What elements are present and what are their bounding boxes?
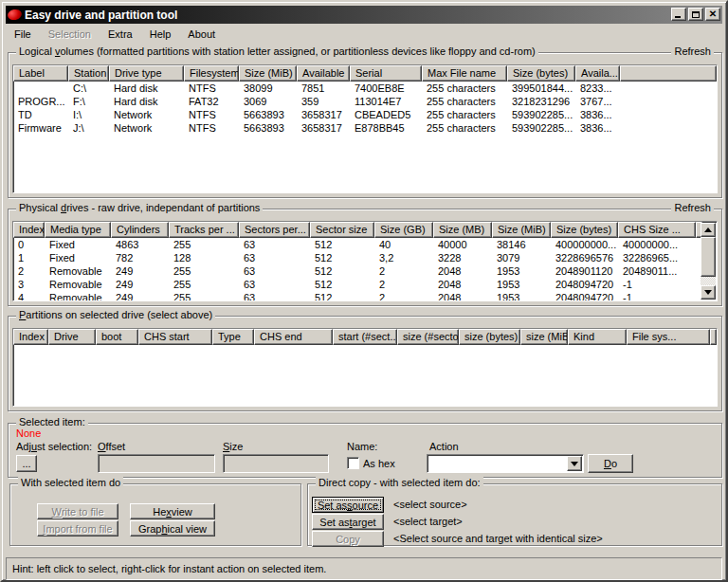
column-header-max-file-name[interactable]: Max File name (422, 65, 507, 82)
column-header-tracks-per[interactable]: Tracks per ... (169, 222, 239, 238)
cell-sector-size: 512 (310, 291, 374, 301)
column-header-chs-start[interactable]: CHS start (138, 329, 212, 345)
scroll-track[interactable] (701, 237, 716, 285)
size-input[interactable] (223, 454, 329, 473)
column-header-index[interactable]: Index (13, 222, 45, 238)
column-header-availa[interactable]: Availa... (575, 65, 620, 82)
action-dropdown-button[interactable] (567, 456, 582, 471)
cell-media-type: Removable (45, 291, 111, 301)
column-header-kind[interactable]: Kind (568, 329, 627, 345)
cell-filesystem: NTFS (184, 121, 239, 135)
close-button[interactable]: ✕ (705, 8, 720, 21)
title-bar[interactable]: Easy drive and partition tool ✕ (6, 6, 722, 24)
table-row[interactable]: Firmware J:\ Network NTFS 5663893 365831… (13, 121, 717, 135)
column-header-label[interactable]: Label (13, 65, 68, 82)
refresh-physical-link[interactable]: Refresh (671, 202, 714, 213)
cell-max-file-name: 255 characters (422, 121, 507, 135)
column-header-sector-size[interactable]: Sector size (310, 222, 374, 238)
adjust-selection-button[interactable]: ... (16, 455, 37, 472)
column-header-sectors-per[interactable]: Sectors per... (239, 222, 310, 238)
column-header-size-mib[interactable]: size (MiB) (520, 329, 568, 345)
table-row[interactable]: 2 Removable 249 255 63 512 2 2048 1953 2… (13, 264, 701, 278)
cell-size-bytes: 400000000... (551, 238, 618, 251)
group-physical-drives: Physical drives - raw drive, independant… (8, 209, 722, 306)
column-header-media-type[interactable]: Media type (45, 222, 111, 238)
column-header-size-sector[interactable]: size (#sector) (397, 329, 459, 345)
column-header-drive-type[interactable]: Drive type (109, 65, 184, 82)
app-icon[interactable] (7, 9, 23, 22)
cell-media-type: Removable (45, 264, 111, 278)
set-as-source-button[interactable]: Set as source (312, 497, 384, 513)
column-header-station[interactable]: Station (68, 65, 109, 82)
scroll-thumb[interactable] (701, 237, 716, 277)
column-header-size-bytes[interactable]: Size (bytes) (507, 65, 575, 82)
table-row[interactable]: 1 Fixed 782 128 63 512 3,2 3228 3079 322… (13, 251, 701, 264)
as-hex-checkbox[interactable] (347, 457, 359, 469)
physical-drives-table: Index Media type Cylinders Tracks per ..… (12, 221, 718, 301)
column-header-filler (620, 65, 717, 82)
hex-view-button[interactable]: Hex view (130, 503, 215, 519)
cell-size-bytes: 3228696576 (551, 251, 618, 264)
cell-max-file-name: 255 characters (422, 108, 507, 121)
column-header-size-mib[interactable]: Size (MiB) (239, 65, 297, 82)
action-combobox[interactable] (427, 454, 584, 473)
cell-drive-type: Hard disk (109, 82, 184, 95)
cell-sector-size: 512 (310, 238, 374, 251)
close-icon: ✕ (709, 9, 717, 19)
menu-about[interactable]: About (179, 27, 224, 42)
cell-size-bytes: 593902285... (507, 108, 575, 121)
vertical-scrollbar[interactable] (701, 223, 716, 300)
table-row[interactable]: 4 Removable 249 255 63 512 2 2048 1953 2… (13, 291, 701, 301)
group-with-selected-title: With selected item do (18, 477, 123, 488)
cell-size-mib: 38099 (239, 82, 297, 95)
column-header-size-mb[interactable]: Size (MB) (433, 222, 492, 238)
refresh-logical-link[interactable]: Refresh (671, 45, 714, 57)
column-header-start-sect[interactable]: start (#sect... (333, 329, 397, 345)
column-header-drive[interactable]: Drive (48, 329, 96, 345)
scroll-up-button[interactable] (701, 223, 716, 237)
menu-extra[interactable]: Extra (100, 27, 141, 42)
maximize-button[interactable] (688, 8, 703, 21)
column-header-type[interactable]: Type (212, 329, 254, 345)
column-header-boot[interactable]: boot (96, 329, 138, 345)
column-header-index[interactable]: Index (13, 329, 48, 345)
column-header-size-gb[interactable]: Size (GB) (374, 222, 433, 238)
table-row[interactable]: 3 Removable 249 255 63 512 2 2048 1953 2… (13, 278, 701, 291)
table-row[interactable]: PROGR... F:\ Hard disk FAT32 3069 359 11… (13, 95, 717, 108)
menu-bar: File Selection Extra Help About (6, 25, 722, 43)
window-title: Easy drive and partition tool (25, 9, 177, 22)
logical-volumes-header: Label Station Drive type Filesystem Size… (13, 65, 717, 82)
scroll-down-button[interactable] (701, 285, 716, 300)
column-header-available[interactable]: Available (297, 65, 350, 82)
table-row[interactable]: C:\ Hard disk NTFS 38099 7851 7400EB8E 2… (13, 82, 717, 95)
adjust-selection-label: Adjust selection: (16, 441, 92, 452)
menu-file[interactable]: File (6, 27, 40, 42)
do-button[interactable]: Do (588, 454, 633, 473)
cell-size-gb: 40 (374, 238, 433, 251)
cell-size-bytes: 2048094720 (551, 278, 618, 291)
cell-size-bytes: 2048094720 (551, 291, 618, 301)
column-header-cylinders[interactable]: Cylinders (111, 222, 169, 238)
minimize-icon (675, 16, 681, 18)
cell-chs-size: 32286965... (618, 251, 696, 264)
column-header-size-bytes[interactable]: Size (bytes) (551, 222, 618, 238)
cell-serial: CBEADED5 (350, 108, 422, 121)
column-header-chs-end[interactable]: CHS end (254, 329, 333, 345)
offset-input[interactable] (98, 454, 215, 473)
column-header-filesystem[interactable]: Filesystem (184, 65, 239, 82)
set-as-target-button[interactable]: Set as target (312, 514, 384, 530)
offset-label: Offset (98, 441, 125, 452)
column-header-chs-size[interactable]: CHS Size ... (618, 222, 696, 238)
column-header-size-bytes[interactable]: size (bytes) (459, 329, 520, 345)
column-header-file-sys[interactable]: File sys... (627, 329, 710, 345)
minimize-button[interactable] (671, 8, 686, 21)
cell-size-mb: 2048 (433, 291, 492, 301)
cell-index: 3 (13, 278, 45, 291)
column-header-serial[interactable]: Serial (350, 65, 422, 82)
menu-help[interactable]: Help (141, 27, 180, 42)
table-row[interactable]: TD I:\ Network NTFS 5663893 3658317 CBEA… (13, 108, 717, 121)
cell-media-type: Fixed (45, 238, 111, 251)
table-row[interactable]: 0 Fixed 4863 255 63 512 40 40000 38146 4… (13, 238, 701, 251)
graphical-view-button[interactable]: Graphical view (130, 520, 215, 537)
column-header-size-mib[interactable]: Size (MiB) (492, 222, 551, 238)
